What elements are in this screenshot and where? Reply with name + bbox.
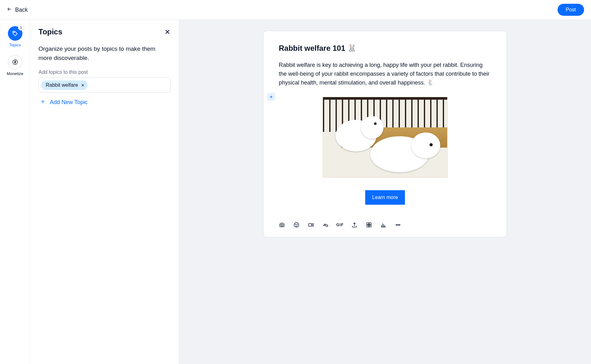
header-bar: Back Post	[0, 0, 591, 20]
video-icon[interactable]	[308, 222, 314, 228]
gif-icon[interactable]: GIF	[337, 222, 343, 228]
svg-point-1	[14, 32, 15, 33]
svg-rect-16	[367, 225, 369, 227]
dollar-icon	[8, 55, 22, 69]
svg-point-25	[399, 224, 400, 225]
chip-label: Rabbit welfare	[46, 82, 78, 88]
svg-point-11	[296, 224, 296, 225]
back-button[interactable]: Back	[7, 7, 28, 13]
add-new-topic-label: Add New Topic	[50, 99, 88, 106]
sidebar: 1 Topics Monetize	[0, 20, 30, 364]
grid-icon[interactable]	[366, 222, 372, 228]
close-icon[interactable]	[164, 29, 171, 35]
learn-more-button[interactable]: Learn more	[365, 190, 405, 205]
sidebar-item-label: Topics	[9, 43, 21, 47]
add-new-topic-button[interactable]: Add New Topic	[38, 98, 90, 107]
svg-rect-15	[369, 223, 371, 225]
svg-point-12	[297, 224, 298, 225]
post-body[interactable]: Rabbit welfare is key to achieving a lon…	[279, 61, 491, 87]
panel-description: Organize your posts by topics to make th…	[38, 44, 171, 62]
topics-count-badge: 1	[18, 24, 24, 31]
svg-point-9	[281, 224, 283, 226]
sidebar-item-topics[interactable]: 1 Topics	[8, 26, 22, 47]
post-button[interactable]: Post	[558, 4, 584, 16]
more-icon[interactable]	[395, 222, 401, 228]
arrow-left-icon	[7, 7, 12, 13]
soundcloud-icon[interactable]	[322, 222, 329, 228]
camera-icon[interactable]	[279, 222, 285, 228]
svg-rect-14	[367, 223, 369, 225]
field-label: Add topics to this post	[38, 69, 171, 75]
svg-rect-13	[309, 224, 312, 226]
svg-point-24	[398, 224, 399, 225]
post-card: Rabbit welfare 101 🐰 Rabbit welfare is k…	[264, 31, 506, 237]
post-image[interactable]	[279, 97, 491, 178]
upload-icon[interactable]	[351, 222, 358, 228]
sidebar-item-monetize[interactable]: Monetize	[7, 55, 23, 76]
editor-toolbar: GIF	[279, 218, 491, 228]
preview-area: Rabbit welfare 101 🐰 Rabbit welfare is k…	[179, 20, 591, 364]
topics-panel: Topics Organize your posts by topics to …	[30, 20, 179, 364]
back-label: Back	[15, 7, 28, 13]
topics-input[interactable]: Rabbit welfare ✕	[38, 78, 171, 93]
plus-icon	[40, 99, 45, 106]
post-title[interactable]: Rabbit welfare 101 🐰	[279, 44, 491, 53]
svg-point-10	[294, 222, 299, 227]
rabbits-illustration	[323, 97, 448, 178]
topic-chip[interactable]: Rabbit welfare ✕	[41, 80, 88, 90]
svg-rect-17	[369, 225, 371, 227]
tag-icon: 1	[8, 26, 22, 41]
svg-point-23	[396, 224, 397, 225]
emoji-icon[interactable]	[293, 222, 300, 228]
panel-title: Topics	[38, 27, 62, 36]
chip-remove-icon[interactable]: ✕	[81, 83, 85, 88]
insert-block-button[interactable]	[267, 93, 275, 101]
sidebar-item-label: Monetize	[7, 71, 23, 76]
poll-icon[interactable]	[380, 222, 387, 228]
